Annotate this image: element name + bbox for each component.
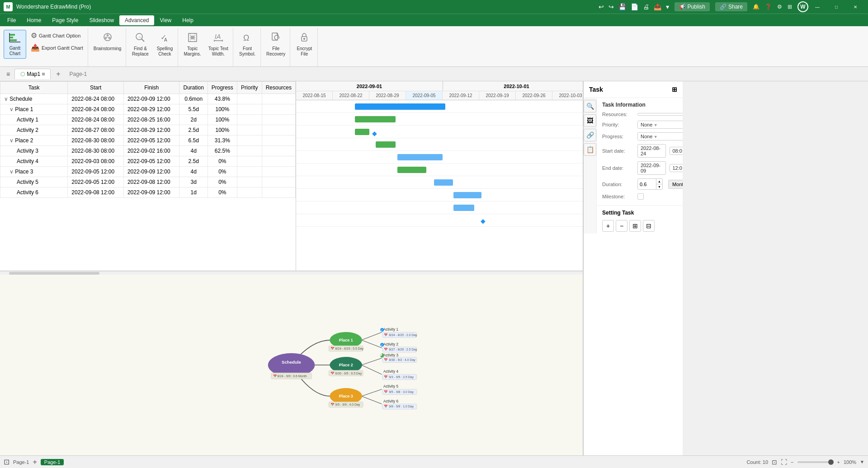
- spelling-check-button[interactable]: ✓A SpellingCheck: [153, 30, 176, 59]
- settings-icon[interactable]: ⚙: [777, 4, 782, 10]
- task-layout-button[interactable]: ⊟: [643, 220, 655, 232]
- collapse-icon[interactable]: ∨: [9, 106, 14, 112]
- start-time-input[interactable]: 08:0: [670, 147, 683, 155]
- bar-schedule[interactable]: [355, 103, 445, 110]
- tab-map1[interactable]: ⬡ Map1: [14, 69, 51, 79]
- menu-help[interactable]: Help: [177, 15, 199, 25]
- gantt-scrollbar[interactable]: [0, 271, 583, 275]
- redo-button[interactable]: ↪: [607, 2, 616, 11]
- page-1-tab[interactable]: Page-1: [70, 71, 87, 77]
- publish-button[interactable]: 📢 Publish: [675, 2, 710, 11]
- priority-select[interactable]: None: [637, 121, 683, 129]
- new-button[interactable]: 📄: [629, 2, 640, 11]
- export-button[interactable]: 📤: [652, 2, 663, 11]
- brainstorming-button[interactable]: Brainstorming: [91, 30, 124, 53]
- page-label[interactable]: Page-1: [13, 459, 29, 465]
- undo-button[interactable]: ↩: [597, 2, 606, 11]
- gantt-chart-button[interactable]: GanttChart: [4, 30, 26, 59]
- bar-place1[interactable]: [355, 116, 396, 122]
- notifications-icon[interactable]: 🔔: [753, 4, 760, 10]
- panel-link-icon[interactable]: 🔗: [584, 129, 596, 141]
- start-date-input[interactable]: 2022-08-24: [637, 144, 666, 158]
- zoom-slider[interactable]: [797, 461, 834, 463]
- panel-collapse-icon[interactable]: ⊞: [672, 86, 677, 93]
- menu-slideshow[interactable]: Slideshow: [84, 15, 119, 25]
- bar-activity1[interactable]: [355, 129, 369, 135]
- table-row[interactable]: Activity 5 2022-09-05 12:00 2022-09-08 1…: [0, 177, 296, 187]
- topic-text-width-button[interactable]: IA Topic TextWidth.: [206, 30, 231, 59]
- zoom-slider-thumb[interactable]: [828, 459, 834, 465]
- save-button[interactable]: 💾: [617, 2, 628, 11]
- bar-activity2[interactable]: [376, 141, 396, 148]
- menu-advanced[interactable]: Advanced: [119, 15, 154, 25]
- panel-image-icon[interactable]: 🖼: [584, 114, 596, 127]
- table-row[interactable]: ∨ Schedule 2022-08-24 08:00 2022-09-09 1…: [0, 94, 296, 104]
- table-row[interactable]: Activity 6 2022-09-08 12:00 2022-09-09 1…: [0, 187, 296, 198]
- fullscreen-button[interactable]: ⛶: [781, 459, 787, 466]
- zoom-dropdown[interactable]: ▼: [860, 459, 864, 464]
- duration-down[interactable]: ▼: [656, 184, 662, 189]
- gantt-chart-option-button[interactable]: ⚙ Gantt Chart Option: [28, 30, 86, 41]
- close-button[interactable]: ✕: [846, 0, 864, 14]
- spelling-check-label: SpellingCheck: [157, 46, 173, 57]
- fit-button[interactable]: ⊡: [772, 459, 777, 466]
- panel-note-icon[interactable]: 📋: [584, 143, 596, 156]
- menu-home[interactable]: Home: [21, 15, 47, 25]
- panel-search-icon[interactable]: 🔍: [584, 100, 596, 112]
- zoom-in-button[interactable]: +: [837, 459, 840, 465]
- bar-place3[interactable]: [453, 192, 481, 198]
- add-tab-button[interactable]: +: [52, 68, 64, 80]
- export-gantt-button[interactable]: 📤 Export Gantt Chart: [28, 42, 86, 53]
- col-start: Start: [68, 82, 124, 94]
- user-avatar[interactable]: W: [797, 1, 808, 12]
- setting-task-buttons: + − ⊞ ⊟: [597, 218, 683, 234]
- bar-place2[interactable]: [397, 154, 443, 160]
- menu-view[interactable]: View: [154, 15, 177, 25]
- help-icon[interactable]: ❓: [765, 4, 772, 10]
- minimize-button[interactable]: —: [808, 0, 826, 14]
- collapse-icon[interactable]: ∨: [9, 137, 14, 144]
- task-grid-view-button[interactable]: ⊞: [629, 220, 641, 232]
- menu-pagestyle[interactable]: Page Style: [47, 15, 84, 25]
- find-replace-button[interactable]: ↔ Find &Replace: [129, 30, 151, 59]
- add-page-button[interactable]: +: [33, 458, 37, 466]
- table-row[interactable]: Activity 4 2022-09-03 08:00 2022-09-05 1…: [0, 156, 296, 167]
- duration-input[interactable]: ▲ ▼: [637, 178, 663, 190]
- zoom-out-button[interactable]: −: [791, 459, 793, 465]
- print-button[interactable]: 🖨: [641, 2, 651, 11]
- bar-activity5[interactable]: [453, 205, 474, 211]
- collapse-icon[interactable]: ∨: [9, 168, 14, 175]
- more-button[interactable]: ▾: [664, 2, 671, 11]
- activity5-date: 📅 9/5 - 9/8 : 3.0 Day: [384, 390, 414, 394]
- bar-activity4[interactable]: [434, 179, 453, 186]
- table-row[interactable]: Activity 2 2022-08-27 08:00 2022-08-29 1…: [0, 125, 296, 136]
- current-page[interactable]: Page-1: [41, 459, 64, 465]
- table-row[interactable]: ∨ Place 1 2022-08-24 08:00 2022-08-29 12…: [0, 104, 296, 115]
- table-row[interactable]: Activity 3 2022-08-30 08:00 2022-09-02 1…: [0, 146, 296, 156]
- bar-activity3[interactable]: [397, 167, 426, 173]
- duration-up[interactable]: ▲: [656, 179, 662, 184]
- topic-margins-button[interactable]: TopicMargins.: [181, 30, 203, 59]
- remove-task-button[interactable]: −: [616, 220, 627, 232]
- end-time-input[interactable]: 12:0: [670, 164, 683, 172]
- table-row[interactable]: Activity 1 2022-08-24 08:00 2022-08-25 1…: [0, 115, 296, 125]
- font-symbol-button[interactable]: Ω FontSymbol.: [236, 30, 259, 59]
- progress-select[interactable]: None: [637, 132, 683, 140]
- file-recovery-button[interactable]: FileRecovery: [264, 30, 288, 59]
- collapse-icon[interactable]: ∨: [4, 96, 8, 102]
- resources-input[interactable]: [637, 113, 683, 116]
- milestone-checkbox[interactable]: [637, 193, 644, 200]
- grid-icon[interactable]: ⊞: [788, 4, 792, 10]
- end-date-input[interactable]: 2022-09-09: [637, 161, 666, 175]
- duration-unit-select[interactable]: Month Day Hour: [668, 180, 683, 189]
- panel-toggle-button[interactable]: ≡: [4, 70, 13, 78]
- add-task-button[interactable]: +: [602, 220, 614, 232]
- duration-value-input[interactable]: [638, 181, 656, 188]
- table-row[interactable]: ∨ Place 2 2022-08-30 08:00 2022-09-05 12…: [0, 136, 296, 146]
- panel-toggle-status[interactable]: ⊡: [4, 458, 9, 466]
- menu-file[interactable]: File: [2, 15, 21, 25]
- share-button[interactable]: 🔗 Share: [715, 2, 747, 11]
- maximize-button[interactable]: □: [827, 0, 845, 14]
- table-row[interactable]: ∨ Place 3 2022-09-05 12:00 2022-09-09 12…: [0, 167, 296, 177]
- encrypt-file-button[interactable]: EncryptFile: [293, 30, 316, 59]
